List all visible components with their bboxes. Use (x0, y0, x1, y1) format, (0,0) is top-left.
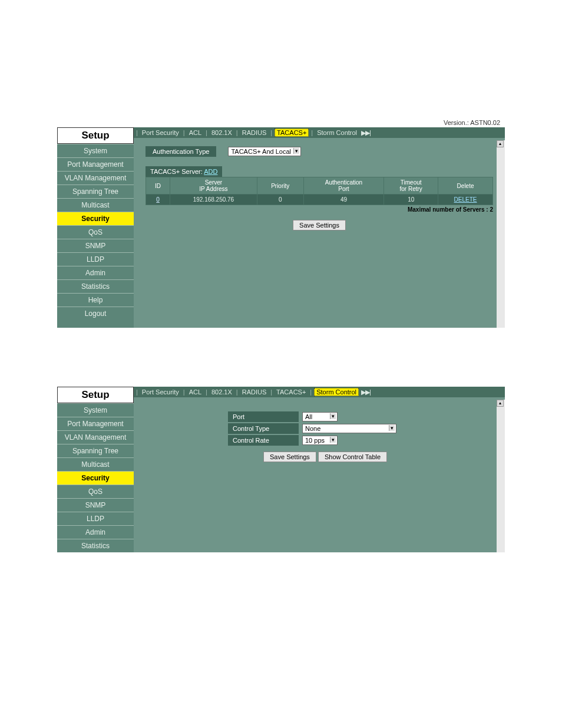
auth-type-select[interactable]: TACACS+ And Local (228, 147, 301, 156)
col-id: ID (146, 177, 170, 195)
tab-bar: | Port Security | ACL | 802.1X | RADIUS … (134, 387, 505, 397)
server-priority: 0 (257, 195, 303, 205)
col-priority: Priority (257, 177, 303, 195)
sidebar-item-statistics[interactable]: Statistics (57, 539, 134, 552)
sidebar-item-logout[interactable]: Logout (57, 307, 134, 320)
tab-acl[interactable]: ACL (187, 388, 203, 396)
server-table: ID ServerIP Address Priority Authenticat… (146, 177, 493, 205)
tab-tacacs[interactable]: TACACS+ (275, 129, 309, 137)
sidebar: Setup System Port Management VLAN Manage… (57, 127, 134, 328)
server-id-link[interactable]: 0 (156, 196, 160, 203)
tab-scroll-right-icon[interactable]: ▶▶| (361, 388, 371, 396)
sidebar-item-admin[interactable]: Admin (57, 266, 134, 279)
tacacs-server-header-text: TACACS+ Server: (150, 168, 203, 175)
sidebar-item-security[interactable]: Security (57, 471, 134, 485)
sidebar-item-security[interactable]: Security (57, 212, 134, 225)
sidebar-item-help[interactable]: Help (57, 293, 134, 307)
tab-scroll-right-icon[interactable]: ▶▶| (361, 129, 371, 137)
content-area: | Port Security | ACL | 802.1X | RADIUS … (134, 127, 505, 328)
add-server-link[interactable]: ADD (204, 168, 217, 175)
tacacs-server-header: TACACS+ Server: ADD (146, 166, 222, 177)
sidebar-item-vlan-management[interactable]: VLAN Management (57, 171, 134, 185)
tab-port-security[interactable]: Port Security (140, 388, 181, 396)
col-delete: Delete (438, 177, 493, 195)
server-ip: 192.168.250.76 (170, 195, 257, 205)
tab-port-security[interactable]: Port Security (140, 129, 181, 137)
server-timeout: 10 (384, 195, 438, 205)
sidebar-item-admin[interactable]: Admin (57, 525, 134, 539)
server-port: 49 (303, 195, 384, 205)
tab-storm-control[interactable]: Storm Control (315, 129, 359, 137)
sidebar-title: Setup (57, 127, 134, 144)
show-control-table-button[interactable]: Show Control Table (318, 452, 387, 462)
sidebar-item-port-management[interactable]: Port Management (57, 417, 134, 430)
port-select[interactable]: All (302, 412, 338, 421)
col-timeout: Timeoutfor Retry (384, 177, 438, 195)
sidebar-item-snmp[interactable]: SNMP (57, 498, 134, 512)
sidebar-item-vlan-management[interactable]: VLAN Management (57, 430, 134, 444)
sidebar-item-spanning-tree[interactable]: Spanning Tree (57, 185, 134, 198)
sidebar-item-snmp[interactable]: SNMP (57, 239, 134, 252)
sidebar-item-system[interactable]: System (57, 403, 134, 417)
auth-type-label: Authentication Type (146, 146, 216, 157)
tab-8021x[interactable]: 802.1X (210, 129, 234, 137)
sidebar-item-multicast[interactable]: Multicast (57, 457, 134, 471)
col-auth-port: AuthenticationPort (303, 177, 384, 195)
delete-server-link[interactable]: DELETE (454, 196, 477, 203)
sidebar-item-spanning-tree[interactable]: Spanning Tree (57, 444, 134, 457)
sidebar-item-qos[interactable]: QoS (57, 225, 134, 239)
sidebar-item-qos[interactable]: QoS (57, 485, 134, 498)
sidebar-item-lldp[interactable]: LLDP (57, 252, 134, 266)
tab-radius[interactable]: RADIUS (240, 388, 269, 396)
col-ip: ServerIP Address (170, 177, 257, 195)
tab-bar: | Port Security | ACL | 802.1X | RADIUS … (134, 127, 505, 138)
table-row: 0 192.168.250.76 0 49 10 DELETE (146, 195, 493, 205)
tab-tacacs[interactable]: TACACS+ (275, 388, 308, 396)
save-settings-button[interactable]: Save Settings (263, 452, 316, 462)
control-type-select[interactable]: None (302, 424, 396, 433)
port-label: Port (228, 411, 299, 422)
sidebar-item-multicast[interactable]: Multicast (57, 198, 134, 212)
tab-8021x[interactable]: 802.1X (210, 388, 234, 396)
control-rate-label: Control Rate (228, 435, 299, 446)
sidebar: Setup System Port Management VLAN Manage… (57, 387, 134, 552)
control-rate-select[interactable]: 10 pps (302, 436, 338, 445)
save-settings-button[interactable]: Save Settings (293, 220, 346, 230)
max-servers-note: Maximal number of Servers : 2 (146, 206, 493, 213)
sidebar-item-system[interactable]: System (57, 144, 134, 157)
version-label: Version.: ASTN0.02 (57, 118, 505, 127)
sidebar-title: Setup (57, 387, 134, 403)
content-area: | Port Security | ACL | 802.1X | RADIUS … (134, 387, 505, 552)
tab-storm-control[interactable]: Storm Control (314, 388, 359, 396)
sidebar-item-statistics[interactable]: Statistics (57, 279, 134, 293)
sidebar-item-lldp[interactable]: LLDP (57, 512, 134, 525)
sidebar-item-port-management[interactable]: Port Management (57, 157, 134, 171)
tab-acl[interactable]: ACL (187, 129, 203, 137)
control-type-label: Control Type (228, 423, 299, 434)
tab-radius[interactable]: RADIUS (240, 129, 269, 137)
